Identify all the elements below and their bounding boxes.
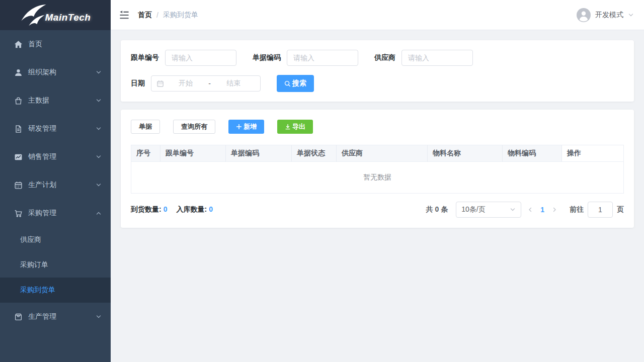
search-row-1: 跟单编号 单据编码 供应商 [131,50,624,66]
user-menu[interactable]: 开发模式 [577,8,634,22]
sidebar-item-label: 主数据 [28,96,96,105]
calendar-icon [14,181,23,190]
query-all-button[interactable]: 查询所有 [173,120,215,134]
data-table: 序号 跟单编号 单据编码 单据状态 供应商 物料名称 物料编码 操作 暂无数据 [131,145,624,194]
page-number-1[interactable]: 1 [539,206,545,214]
arrival-qty-label: 到货数量: [131,205,162,213]
user-mode-label: 开发模式 [595,11,623,20]
chevron-down-icon [96,314,102,320]
goto-label: 前往 [570,205,584,214]
sidebar-item-label: 首页 [28,40,102,49]
sidebar-subitem-purchase-order[interactable]: 采购订单 [0,252,111,278]
column-header-doc-code: 单据编码 [226,145,292,162]
box-icon [14,313,23,321]
breadcrumb-current: 采购到货单 [163,11,198,20]
breadcrumb-home[interactable]: 首页 [138,11,152,20]
bag-icon [14,97,23,105]
sidebar: MainTech 首页 组织架构 主数据 研发管理 销售管理 [0,0,111,362]
sidebar-fold-icon[interactable] [119,10,130,21]
sidebar-subitem-supplier[interactable]: 供应商 [0,227,111,252]
goto-page-input[interactable] [588,202,613,218]
download-icon [285,124,291,130]
summary-totals: 到货数量:0 入库数量:0 [131,205,213,214]
export-button[interactable]: 导出 [277,120,313,134]
prev-page-button[interactable] [521,207,539,212]
search-icon [284,80,291,87]
table-panel: 单据 查询所有 新增 导出 序号 跟单编号 单据编码 单据状态 供应商 [121,110,634,228]
sidebar-item-label: 采购管理 [28,209,96,218]
sidebar-item-organization[interactable]: 组织架构 [0,58,111,86]
field-label: 跟单编号 [131,53,159,62]
field-tracking-no: 跟单编号 [131,50,236,66]
sidebar-subitem-label: 采购到货单 [20,286,55,295]
docs-button[interactable]: 单据 [131,120,160,134]
chevron-down-icon [510,207,516,213]
main-area: 首页 / 采购到货单 开发模式 跟单编号 单据编码 供应商 [111,0,644,362]
sidebar-item-label: 生产计划 [28,180,96,190]
sidebar-item-master-data[interactable]: 主数据 [0,86,111,115]
user-icon [14,68,23,77]
column-header-tracking-no: 跟单编号 [160,145,226,162]
page-size-select[interactable]: 10条/页 [456,202,521,218]
pagination: 共 0 条 10条/页 1 前往 页 [426,202,624,218]
sidebar-subitem-label: 采购订单 [20,260,48,269]
page-size-value: 10条/页 [461,205,485,214]
search-button-label: 搜索 [292,79,306,88]
supplier-input[interactable] [401,50,473,66]
sidebar-item-sales[interactable]: 销售管理 [0,143,111,171]
sidebar-menu: 首页 组织架构 主数据 研发管理 销售管理 生产计划 [0,30,111,362]
sidebar-item-production-mgmt[interactable]: 生产管理 [0,303,111,331]
chevron-down-icon [96,69,102,75]
field-doc-code: 单据编码 [253,50,358,66]
column-header-supplier: 供应商 [337,145,428,162]
table-header-row: 序号 跟单编号 单据编码 单据状态 供应商 物料名称 物料编码 操作 [131,145,623,162]
field-date: 日期 开始 - 结束 [131,75,261,92]
arrival-qty-value: 0 [164,205,168,213]
chart-icon [14,153,23,161]
chevron-down-icon [96,98,102,104]
inbound-qty-value: 0 [209,205,213,213]
goto-unit: 页 [617,205,624,214]
date-separator: - [207,79,212,87]
logo-text: MainTech [45,12,91,23]
doc-code-input[interactable] [287,50,358,66]
column-header-actions: 操作 [562,145,623,162]
arrival-qty: 到货数量:0 [131,205,167,214]
document-icon [14,125,23,133]
calendar-icon [156,80,164,87]
search-button[interactable]: 搜索 [277,75,314,92]
tracking-no-input[interactable] [165,50,236,66]
field-label: 日期 [131,79,145,88]
next-page-button[interactable] [545,207,564,212]
inbound-qty: 入库数量:0 [176,205,212,214]
column-header-material-name: 物料名称 [428,145,503,162]
date-range-picker[interactable]: 开始 - 结束 [151,75,261,92]
export-button-label: 导出 [292,122,305,131]
add-button[interactable]: 新增 [228,120,264,134]
column-header-material-code: 物料编码 [503,145,562,162]
plus-icon [236,124,242,130]
top-header: 首页 / 采购到货单 开发模式 [111,0,644,30]
logo-swoosh-icon [20,4,47,27]
breadcrumb: 首页 / 采购到货单 [138,11,198,20]
search-row-2: 日期 开始 - 结束 搜索 [131,75,624,92]
sidebar-item-procurement[interactable]: 采购管理 [0,199,111,227]
chevron-up-icon [96,210,102,216]
sidebar-item-label: 销售管理 [28,152,96,161]
date-end-placeholder: 结束 [212,79,255,88]
search-panel: 跟单编号 单据编码 供应商 日期 开始 - [121,40,634,102]
chevron-down-icon [96,154,102,160]
table-footer: 到货数量:0 入库数量:0 共 0 条 10条/页 1 前往 页 [131,202,624,218]
sidebar-item-label: 生产管理 [28,312,96,321]
field-label: 单据编码 [253,53,281,62]
date-start-placeholder: 开始 [164,79,207,88]
sidebar-item-production-plan[interactable]: 生产计划 [0,171,111,199]
sidebar-item-label: 研发管理 [28,124,96,133]
sidebar-item-home[interactable]: 首页 [0,30,111,58]
sidebar-subitem-purchase-arrival[interactable]: 采购到货单 [0,278,111,303]
avatar [577,8,591,22]
field-supplier: 供应商 [374,50,473,66]
chevron-down-icon [96,182,102,188]
sidebar-item-rnd[interactable]: 研发管理 [0,115,111,143]
chevron-down-icon [628,12,634,18]
